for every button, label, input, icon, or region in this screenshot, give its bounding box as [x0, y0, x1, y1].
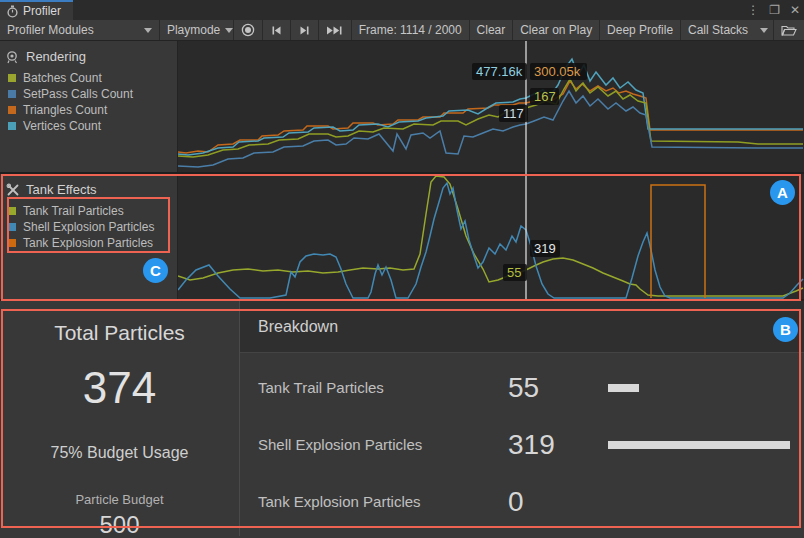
- legend-label: Batches Count: [23, 71, 102, 85]
- total-particles-title: Total Particles: [54, 321, 185, 345]
- breakdown-row-bar: [608, 384, 639, 392]
- legend-item-batches[interactable]: Batches Count: [0, 70, 177, 86]
- tank-module-header[interactable]: Tank Effects: [0, 178, 177, 203]
- annotation-badge-c: C: [143, 258, 168, 283]
- value-badge-text: 55: [507, 265, 521, 280]
- value-badge-text: 167: [534, 89, 556, 104]
- total-particles-card: Total Particles 374 75% Budget Usage Par…: [0, 301, 240, 536]
- legend-swatch: [8, 207, 16, 215]
- window-maximize-icon[interactable]: ❐: [769, 3, 780, 17]
- tab-profiler[interactable]: Profiler: [0, 0, 73, 20]
- first-frame-button[interactable]: [263, 20, 290, 40]
- breakdown-row-tank-explosion: Tank Explosion Particles 0: [240, 486, 804, 518]
- profiler-modules-dropdown[interactable]: Profiler Modules: [0, 20, 159, 40]
- legend-item-shell-explosion[interactable]: Shell Explosion Particles: [0, 219, 177, 235]
- rendering-camera-icon: [6, 50, 20, 64]
- breakdown-row-shell-explosion: Shell Explosion Particles 319: [240, 429, 804, 461]
- rendering-legend-panel: Rendering Batches Count SetPass Calls Co…: [0, 41, 178, 172]
- breakdown-row-value: 55: [508, 372, 608, 404]
- tank-effects-chart[interactable]: 31955: [178, 174, 804, 299]
- legend-label: Shell Explosion Particles: [23, 220, 154, 234]
- legend-label: Tank Explosion Particles: [23, 236, 153, 250]
- legend-item-triangles[interactable]: Triangles Count: [0, 102, 177, 118]
- legend-swatch: [8, 90, 16, 98]
- annotation-badge-a: A: [770, 180, 795, 205]
- breakdown-row-tank-trail: Tank Trail Particles 55: [240, 372, 804, 404]
- playmode-label: Playmode: [167, 23, 220, 37]
- next-frame-button[interactable]: [291, 20, 318, 40]
- load-profile-button[interactable]: [774, 20, 804, 40]
- budget-usage-label: 75% Budget Usage: [51, 444, 189, 462]
- annotation-badge-b: B: [773, 317, 798, 342]
- skip-to-start-icon: [270, 24, 283, 37]
- chevron-down-icon: [225, 28, 233, 33]
- profiler-modules-label: Profiler Modules: [7, 23, 94, 37]
- legend-swatch: [8, 122, 16, 130]
- tank-effects-module-row: Tank Effects Tank Trail Particles Shell …: [0, 174, 804, 300]
- breakdown-row-label: Shell Explosion Particles: [258, 436, 508, 453]
- breakdown-row-value: 319: [508, 429, 608, 461]
- current-frame-button[interactable]: [319, 20, 351, 40]
- playmode-dropdown[interactable]: Playmode: [160, 20, 233, 40]
- total-particles-value: 374: [83, 363, 156, 413]
- legend-item-tank-explosion[interactable]: Tank Explosion Particles: [0, 235, 177, 251]
- breakdown-row-value: 0: [508, 486, 608, 518]
- legend-swatch: [8, 74, 16, 82]
- legend-label: SetPass Calls Count: [23, 87, 133, 101]
- window-close-icon[interactable]: ✕: [790, 3, 800, 17]
- clear-on-play-button[interactable]: Clear on Play: [513, 20, 599, 40]
- breakdown-row-label: Tank Explosion Particles: [258, 493, 508, 510]
- open-folder-icon: [781, 24, 797, 37]
- value-badge-text: 319: [534, 241, 556, 256]
- chevron-down-icon: [144, 28, 152, 33]
- value-badge-text: 117: [503, 106, 524, 121]
- legend-label: Vertices Count: [23, 119, 101, 133]
- tank-module-title: Tank Effects: [26, 182, 97, 197]
- chart-series-line: [651, 185, 705, 298]
- legend-label: Tank Trail Particles: [23, 204, 124, 218]
- tank-effects-tools-icon: [6, 183, 20, 197]
- legend-item-tank-trail[interactable]: Tank Trail Particles: [0, 203, 177, 219]
- rendering-chart[interactable]: 477.16k300.05k167117: [178, 41, 804, 172]
- particle-budget-label: Particle Budget: [75, 492, 163, 507]
- breakdown-title: Breakdown: [240, 301, 804, 353]
- window-menu-icon[interactable]: ⋮: [747, 3, 759, 17]
- breakdown-panel: Breakdown Tank Trail Particles 55 Shell …: [240, 301, 804, 536]
- frame-counter: Frame: 1114 / 2000: [352, 20, 469, 40]
- module-details-panel: Total Particles 374 75% Budget Usage Par…: [0, 300, 804, 536]
- legend-swatch: [8, 239, 16, 247]
- rendering-module-header[interactable]: Rendering: [0, 45, 177, 70]
- call-stacks-toggle[interactable]: Call Stacks: [681, 20, 755, 40]
- profiler-window: Profiler ⋮ ❐ ✕ Profiler Modules Playmode: [0, 0, 804, 538]
- rendering-module-title: Rendering: [26, 49, 86, 64]
- tab-strip: Profiler ⋮ ❐ ✕: [0, 0, 804, 20]
- skip-to-end-icon: [326, 24, 344, 37]
- chevron-down-icon: [760, 28, 768, 33]
- call-stacks-dropdown[interactable]: [755, 20, 773, 40]
- breakdown-row-label: Tank Trail Particles: [258, 379, 508, 396]
- legend-label: Triangles Count: [23, 103, 107, 117]
- profiler-toolbar: Profiler Modules Playmode: [0, 20, 804, 41]
- legend-swatch: [8, 223, 16, 231]
- chart-series-line: [178, 176, 803, 296]
- chart-series-line: [178, 183, 803, 298]
- breakdown-row-bar: [608, 441, 790, 449]
- chart-series-line: [178, 79, 803, 157]
- tab-profiler-label: Profiler: [23, 4, 61, 18]
- legend-item-setpass[interactable]: SetPass Calls Count: [0, 86, 177, 102]
- value-badge-text: 300.05k: [534, 64, 581, 79]
- record-icon: [241, 23, 255, 37]
- particle-budget-value: 500: [99, 511, 139, 538]
- clear-button[interactable]: Clear: [470, 20, 513, 40]
- step-forward-icon: [298, 24, 311, 37]
- record-button[interactable]: [234, 20, 262, 40]
- rendering-module-row: Rendering Batches Count SetPass Calls Co…: [0, 41, 804, 174]
- value-badge-text: 477.16k: [476, 64, 523, 79]
- legend-swatch: [8, 106, 16, 114]
- profiler-stopwatch-icon: [6, 5, 19, 18]
- deep-profile-toggle[interactable]: Deep Profile: [600, 20, 680, 40]
- legend-item-vertices[interactable]: Vertices Count: [0, 118, 177, 134]
